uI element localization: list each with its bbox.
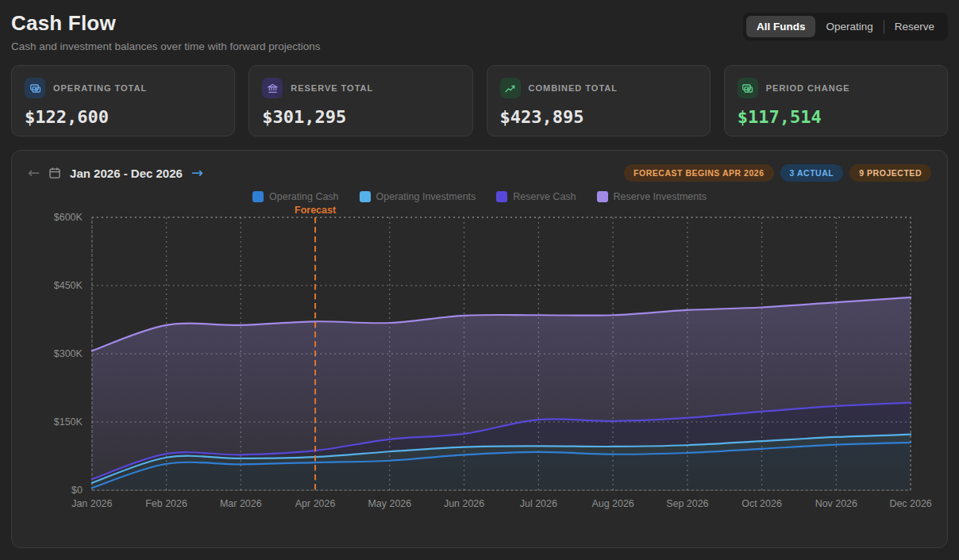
x-axis-tick-label: Dec 2026 (889, 498, 931, 509)
stat-value: $117,514 (738, 107, 934, 127)
cash-flow-page: Cash Flow Cash and investment balances o… (0, 0, 959, 548)
x-axis-tick-label: Jul 2026 (520, 498, 557, 509)
next-period-button[interactable]: → (191, 166, 203, 180)
cash-flow-chart-panel: ← Jan 2026 - Dec 2026 → FORECAST BEGINS … (11, 150, 948, 548)
stat-value: $423,895 (500, 107, 697, 127)
stat-card-combined-total: COMBINED TOTAL $423,895 (487, 65, 711, 136)
forecast-line-label: Forecast (295, 205, 336, 216)
stat-cards-row: OPERATING TOTAL $122,600 RESERVE TOTAL $… (11, 65, 948, 136)
date-range-label: Jan 2026 - Dec 2026 (70, 167, 183, 180)
date-range-nav: ← Jan 2026 - Dec 2026 → (28, 166, 203, 180)
stat-card-reserve-total: RESERVE TOTAL $301,295 (248, 65, 472, 136)
x-axis-tick-label: Aug 2026 (591, 498, 634, 509)
legend-item[interactable]: Reserve Investments (597, 191, 707, 202)
legend-item[interactable]: Operating Cash (252, 191, 339, 202)
x-axis-tick-label: Feb 2026 (145, 498, 187, 509)
prev-period-button[interactable]: ← (28, 166, 40, 180)
legend-label: Reserve Investments (614, 191, 707, 202)
chart-header: ← Jan 2026 - Dec 2026 → FORECAST BEGINS … (12, 151, 947, 182)
calendar-icon (48, 167, 61, 179)
stacked-area-chart[interactable]: Forecast$0$150K$300K$450K$600KJan 2026Fe… (12, 204, 947, 521)
x-axis-tick-label: Apr 2026 (295, 498, 336, 509)
actual-count-badge: 3 ACTUAL (780, 164, 844, 182)
chart-legend: Operating CashOperating InvestmentsReser… (12, 191, 947, 202)
x-axis-tick-label: Jun 2026 (444, 498, 484, 509)
chart-badges: FORECAST BEGINS APR 2026 3 ACTUAL 9 PROJ… (624, 164, 931, 182)
stat-card-period-change: PERIOD CHANGE $117,514 (724, 65, 948, 136)
y-axis-tick-label: $0 (71, 485, 83, 496)
x-axis-tick-label: Nov 2026 (815, 498, 857, 509)
legend-item[interactable]: Operating Investments (360, 191, 476, 202)
stat-value: $122,600 (25, 107, 221, 127)
legend-label: Reserve Cash (513, 191, 576, 202)
tab-reserve[interactable]: Reserve (884, 16, 945, 37)
y-axis-tick-label: $450K (54, 280, 83, 291)
fund-filter-tabs: All Funds Operating Reserve (743, 13, 948, 40)
x-axis-tick-label: Sep 2026 (666, 498, 708, 509)
legend-swatch-icon (360, 191, 371, 202)
tab-operating[interactable]: Operating (815, 16, 883, 37)
stat-label: PERIOD CHANGE (766, 83, 850, 93)
legend-swatch-icon (252, 191, 264, 202)
page-header: Cash Flow Cash and investment balances o… (11, 11, 948, 52)
x-axis-tick-label: Mar 2026 (220, 498, 262, 509)
bank-icon (262, 78, 283, 98)
x-axis-tick-label: Jan 2026 (71, 498, 112, 509)
forecast-begins-badge: FORECAST BEGINS APR 2026 (624, 164, 774, 182)
y-axis-tick-label: $150K (54, 416, 83, 428)
legend-label: Operating Cash (269, 191, 339, 202)
legend-label: Operating Investments (376, 191, 476, 202)
stat-label: OPERATING TOTAL (53, 83, 147, 93)
banknotes-icon (738, 78, 758, 98)
legend-swatch-icon (597, 191, 608, 202)
y-axis-tick-label: $600K (54, 212, 83, 223)
stat-label: RESERVE TOTAL (291, 83, 373, 93)
trend-up-icon (500, 78, 521, 98)
x-axis-tick-label: Oct 2026 (741, 498, 782, 509)
x-axis-tick-label: May 2026 (368, 498, 411, 509)
stat-value: $301,295 (262, 107, 459, 127)
banknotes-icon (25, 78, 45, 98)
page-subtitle: Cash and investment balances over time w… (11, 40, 320, 52)
projected-count-badge: 9 PROJECTED (849, 164, 931, 182)
stat-label: COMBINED TOTAL (529, 83, 618, 93)
tab-all-funds[interactable]: All Funds (746, 16, 816, 37)
legend-item[interactable]: Reserve Cash (496, 191, 576, 202)
stat-card-operating-total: OPERATING TOTAL $122,600 (11, 65, 235, 136)
page-title: Cash Flow (11, 11, 320, 36)
y-axis-tick-label: $300K (54, 348, 83, 359)
legend-swatch-icon (496, 191, 507, 202)
title-block: Cash Flow Cash and investment balances o… (11, 11, 320, 52)
